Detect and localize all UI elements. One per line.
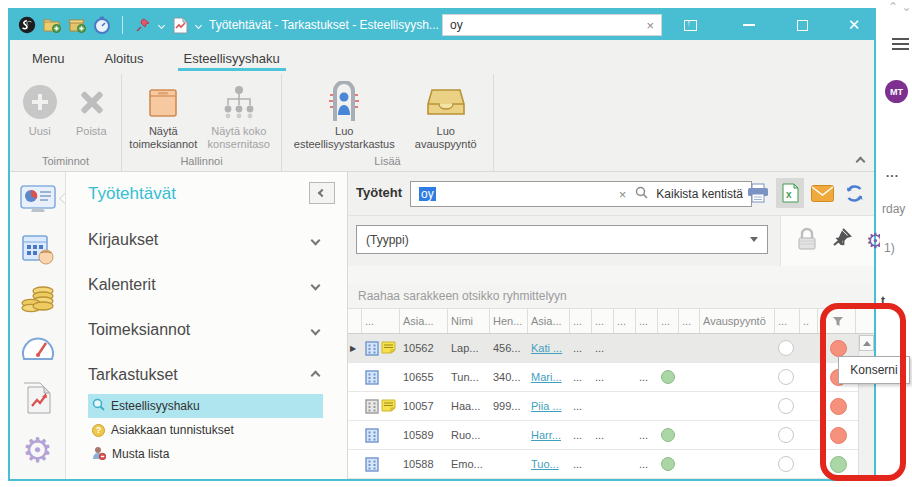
create-opening-request-button[interactable]: Luo avauspyyntö: [405, 76, 488, 151]
report-document-icon[interactable]: [171, 16, 189, 34]
konserni-status-circle[interactable]: [830, 340, 847, 357]
minimize-button[interactable]: [727, 10, 771, 40]
header-avauspyynto[interactable]: Avauspyyntö: [700, 309, 775, 333]
search-scope-label[interactable]: Kaikista kentistä: [656, 187, 743, 201]
header-konserni-filter[interactable]: [818, 309, 856, 333]
avauspyynto-circle[interactable]: [778, 427, 794, 443]
pin-icon[interactable]: [831, 227, 853, 255]
search-value-selected[interactable]: oy: [419, 187, 436, 201]
header-col[interactable]: ...: [658, 309, 679, 333]
pin-dropdown-chevron[interactable]: [158, 21, 165, 28]
titlebar-search-clear-icon[interactable]: ×: [646, 18, 654, 33]
new-button[interactable]: Uusi: [16, 76, 64, 138]
nav-collapse-button[interactable]: [309, 182, 335, 204]
sidebar-item-toimeksiannot[interactable]: Toimeksiannot: [88, 321, 347, 339]
table-row[interactable]: 10588 Emo... Tuo... ... ...: [348, 450, 874, 479]
hamburger-menu-icon[interactable]: [892, 38, 909, 53]
sidebar-subitem-esteellisyyshaku[interactable]: Esteellisyyshaku: [88, 394, 323, 418]
header-col[interactable]: ...: [570, 309, 592, 333]
contact-link[interactable]: Piia ...: [531, 400, 562, 412]
timer-icon[interactable]: [93, 16, 111, 34]
header-col[interactable]: ...: [636, 309, 658, 333]
excel-export-icon[interactable]: x: [776, 178, 804, 208]
print-icon[interactable]: [744, 178, 772, 208]
row-expand-indicator[interactable]: [348, 392, 362, 420]
pin-dropdown-icon[interactable]: [134, 16, 152, 34]
table-row[interactable]: 10057 Haa... 999... Piia ... ...: [348, 392, 874, 421]
email-icon[interactable]: [808, 178, 836, 208]
avauspyynto-circle[interactable]: [778, 456, 794, 472]
show-assignments-button[interactable]: Näytä toimeksiannot: [128, 76, 199, 151]
delete-button[interactable]: Poista: [68, 76, 116, 138]
konserni-status-circle[interactable]: [830, 456, 847, 473]
konserni-status-circle[interactable]: [830, 398, 847, 415]
show-group-level-button[interactable]: Näytä koko konsernitaso: [203, 76, 275, 151]
delete-x-icon: [76, 79, 106, 125]
tab-aloitus[interactable]: Aloitus: [99, 51, 150, 74]
header-icons[interactable]: ...: [362, 309, 400, 333]
header-asiakasnumero[interactable]: Asia...: [400, 309, 448, 333]
coins-module-icon[interactable]: [19, 284, 57, 320]
tab-menu[interactable]: Menu: [26, 51, 71, 74]
avauspyynto-circle[interactable]: [778, 398, 794, 414]
calendar-person-module-icon[interactable]: [20, 233, 56, 271]
refresh-icon[interactable]: [840, 178, 868, 208]
more-options[interactable]: ...: [886, 166, 899, 180]
header-col[interactable]: ...: [679, 309, 700, 333]
header-col[interactable]: ..: [800, 309, 818, 333]
maximize-button[interactable]: [780, 10, 824, 40]
avauspyynto-circle[interactable]: [778, 369, 794, 385]
header-col[interactable]: ...: [614, 309, 636, 333]
row-expand-indicator[interactable]: [348, 450, 362, 478]
konserni-status-circle[interactable]: [830, 427, 847, 444]
avauspyynto-circle[interactable]: [778, 340, 794, 356]
cell: ...: [636, 450, 658, 478]
sidebar-item-tarkastukset[interactable]: Tarkastukset: [88, 366, 347, 384]
type-filter-dropdown[interactable]: (Tyyppi): [356, 225, 768, 254]
tab-esteellisyyshaku[interactable]: Esteellisyyshaku: [178, 51, 286, 74]
contact-link[interactable]: Kati ...: [531, 342, 562, 354]
dashboard-module-icon[interactable]: [19, 184, 57, 220]
sidebar-subitem-asiakkaan-tunnistukset[interactable]: ? Asiakkaan tunnistukset: [88, 418, 323, 442]
magnifier-icon[interactable]: [635, 186, 648, 202]
reports-module-icon[interactable]: [22, 382, 54, 420]
contact-link[interactable]: Harr...: [531, 429, 561, 441]
contact-link[interactable]: Mari...: [531, 371, 562, 383]
status-dot-green: [661, 370, 675, 384]
cell: ...: [570, 421, 592, 449]
header-nimi[interactable]: Nimi: [448, 309, 490, 333]
lock-icon[interactable]: [796, 227, 818, 255]
gauge-module-icon[interactable]: [20, 333, 56, 369]
add-box-icon[interactable]: [68, 16, 86, 34]
titlebar-search[interactable]: oy ×: [442, 14, 662, 36]
header-col[interactable]: ...: [592, 309, 614, 333]
close-button[interactable]: ✕: [832, 10, 876, 40]
table-row[interactable]: 10589 Ruo... Harr... ... ... ...: [348, 421, 874, 450]
sidebar-subitem-musta-lista[interactable]: Musta lista: [88, 442, 323, 466]
contact-link[interactable]: Tuo...: [531, 458, 559, 470]
header-henkilo[interactable]: Hen...: [490, 309, 528, 333]
row-expand-indicator[interactable]: [348, 363, 362, 391]
group-by-bar[interactable]: Raahaa sarakkeen otsikko ryhmittelyyn: [348, 283, 874, 309]
app-logo-icon[interactable]: [18, 16, 36, 34]
table-row[interactable]: 10655 Tun... 340... Mari... ... ... ...: [348, 363, 874, 392]
create-conflict-check-button[interactable]: Luo esteellisyystarkastus: [288, 76, 401, 151]
titlebar-search-value[interactable]: oy: [450, 18, 646, 32]
row-expand-indicator[interactable]: ▶: [348, 334, 362, 362]
sidebar-item-kirjaukset[interactable]: Kirjaukset: [88, 231, 347, 249]
settings-module-icon[interactable]: ⚙: [22, 433, 52, 467]
grid-search-box[interactable]: oy × Kaikista kentistä: [410, 181, 752, 207]
scroll-up-button[interactable]: [859, 335, 874, 351]
dock-window-button[interactable]: [668, 10, 712, 40]
user-avatar[interactable]: MT: [885, 80, 908, 103]
header-asiakas2[interactable]: Asia...: [528, 309, 570, 333]
chevron-down-icon: [311, 235, 321, 245]
table-row[interactable]: ▶ 10562 Lap... 456... Kati ... ... ...: [348, 334, 874, 363]
add-folder-icon[interactable]: [43, 16, 61, 34]
org-tree-icon: [220, 79, 258, 125]
document-dropdown-chevron[interactable]: [195, 21, 202, 28]
sidebar-item-kalenterit[interactable]: Kalenterit: [88, 276, 347, 294]
row-expand-indicator[interactable]: [348, 421, 362, 449]
clear-search-icon[interactable]: ×: [619, 187, 627, 202]
header-col[interactable]: ...: [775, 309, 800, 333]
